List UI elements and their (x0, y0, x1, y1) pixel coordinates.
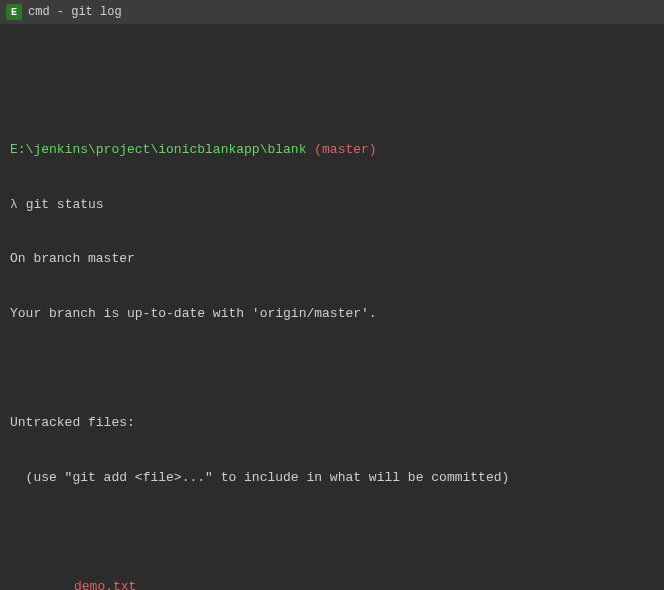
prompt-line: E:\jenkins\project\ionicblankapp\blank (… (10, 141, 654, 159)
title-bar: E cmd - git log (0, 0, 664, 24)
file-name: demo.txt (10, 578, 136, 590)
app-icon: E (6, 4, 22, 20)
cwd-path: E:\jenkins\project\ionicblankapp\blank (10, 142, 306, 157)
empty-line (10, 68, 654, 86)
command-text: git status (26, 197, 104, 212)
branch-indicator: (master) (314, 142, 376, 157)
output-line: Untracked files: (10, 414, 654, 432)
prompt-symbol: λ (10, 197, 18, 212)
output-line: Your branch is up-to-date with 'origin/m… (10, 305, 654, 323)
empty-line (10, 359, 654, 377)
window-title: cmd - git log (28, 5, 122, 19)
terminal-output[interactable]: E:\jenkins\project\ionicblankapp\blank (… (0, 24, 664, 590)
untracked-file: demo.txt (10, 578, 654, 590)
output-line: On branch master (10, 250, 654, 268)
empty-line (10, 523, 654, 541)
command-line: λ git status (10, 196, 654, 214)
output-line: (use "git add <file>..." to include in w… (10, 469, 654, 487)
